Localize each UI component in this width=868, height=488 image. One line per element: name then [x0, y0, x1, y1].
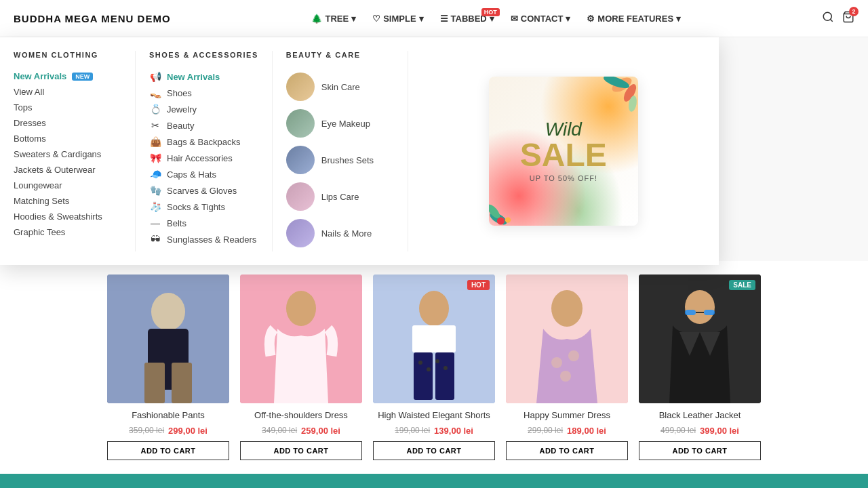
promo-wild: Wild	[520, 120, 607, 139]
product-info-4: Happy Summer Dress 299,00 lei 189,00 lei…	[506, 403, 628, 460]
site-logo: BUDDHA MEGA MENU DEMO	[14, 13, 171, 24]
main-nav: 🌲 TREE ▾ ♡ SIMPLE ▾ ☰ TABBED ▾ HOT ✉ CON…	[304, 9, 688, 28]
women-tops[interactable]: Tops	[14, 100, 121, 115]
bag-icon: 👜	[149, 136, 161, 147]
women-dresses[interactable]: Dresses	[14, 115, 121, 131]
women-bottoms[interactable]: Bottoms	[14, 131, 121, 146]
leaf-decoration	[489, 178, 536, 226]
socks-icon: 🧦	[149, 201, 161, 212]
add-to-cart-1[interactable]: ADD TO CART	[107, 441, 229, 460]
svg-rect-33	[685, 310, 696, 315]
product-name-3: High Waisted Elegant Shorts	[373, 410, 495, 422]
nav-item-more-features[interactable]: ⚙ MORE FEATURES ▾	[580, 9, 688, 28]
shoes-socks[interactable]: 🧦 Socks & Tights	[149, 199, 258, 215]
product-card-2: Off-the-shoulders Dress 349,00 lei 259,0…	[240, 274, 362, 460]
price-new-4: 189,00 lei	[567, 426, 606, 436]
women-hoodies[interactable]: Hoodies & Sweatshirts	[14, 209, 121, 224]
svg-point-0	[823, 12, 831, 20]
belt-icon: —	[149, 218, 161, 228]
chevron-down-icon: ▾	[419, 14, 424, 24]
brushes-image	[286, 146, 315, 174]
product-figure-3	[373, 274, 495, 403]
sale-badge-5: SALE	[729, 280, 755, 290]
shoes-col-title: SHOES & ACCESSORIES	[149, 51, 258, 59]
svg-point-23	[427, 367, 431, 371]
shoes-sunglasses[interactable]: 🕶 Sunglasses & Readers	[149, 231, 258, 247]
cart-icon[interactable]: 2	[842, 11, 854, 26]
menu-icon: ☰	[440, 14, 448, 24]
product-info-3: High Waisted Elegant Shorts 199,00 lei 1…	[373, 403, 495, 460]
product-card-3: HOT High Waisted Elegant Shorts	[373, 274, 495, 460]
add-to-cart-2[interactable]: ADD TO CART	[240, 441, 362, 460]
women-graphic-tees[interactable]: Graphic Tees	[14, 224, 121, 240]
svg-rect-34	[704, 310, 715, 315]
sunglasses-icon: 🕶	[149, 234, 161, 245]
new-badge: NEW	[72, 73, 93, 81]
beauty-nails[interactable]: Nails & More	[286, 215, 394, 251]
product-img-3: HOT	[373, 274, 495, 403]
nav-item-tree[interactable]: 🌲 TREE ▾	[304, 9, 363, 28]
search-icon[interactable]	[822, 11, 834, 26]
products-grid: Fashionable Pants 359,00 lei 299,00 lei …	[0, 261, 868, 474]
price-old-4: 299,00 lei	[528, 426, 563, 435]
women-view-all[interactable]: View All	[14, 84, 121, 100]
add-to-cart-5[interactable]: ADD TO CART	[639, 441, 761, 460]
promo-text: Wild SALE UP TO 50% OFF!	[520, 120, 607, 182]
shoes-belts[interactable]: — Belts	[149, 215, 258, 231]
promo-sub: UP TO 50% OFF!	[520, 174, 607, 182]
beauty-skin-care[interactable]: Skin Care	[286, 68, 394, 105]
menu-col-women: WOMEN CLOTHING New Arrivals NEW View All…	[0, 51, 136, 251]
price-old-5: 499,00 lei	[660, 426, 696, 435]
shoes-scarves[interactable]: 🧤 Scarves & Gloves	[149, 182, 258, 199]
svg-point-18	[419, 291, 449, 326]
nav-item-simple[interactable]: ♡ SIMPLE ▾	[366, 9, 430, 28]
women-new-arrivals[interactable]: New Arrivals NEW	[14, 68, 121, 84]
shoes-caps[interactable]: 🧢 Caps & Hats	[149, 166, 258, 182]
product-figure-4	[506, 274, 628, 403]
women-loungewear[interactable]: Loungewear	[14, 178, 121, 193]
product-name-5: Black Leather Jacket	[639, 410, 761, 422]
price-new-3: 139,00 lei	[434, 426, 473, 436]
shoe-icon: 👡	[149, 87, 161, 98]
nav-item-tabbed[interactable]: ☰ TABBED ▾ HOT	[433, 9, 501, 28]
new-arrivals-label: New Arrivals	[14, 71, 66, 81]
product-img-4	[506, 274, 628, 403]
svg-point-29	[568, 350, 579, 361]
gear-icon: ⚙	[587, 14, 595, 24]
cart-count: 2	[849, 7, 859, 16]
svg-rect-20	[414, 352, 433, 400]
product-prices-4: 299,00 lei 189,00 lei	[506, 426, 628, 436]
svg-point-24	[435, 359, 439, 363]
svg-point-28	[551, 357, 562, 368]
women-jackets[interactable]: Jackets & Outerwear	[14, 162, 121, 178]
promo-box[interactable]: Wild SALE UP TO 50% OFF!	[489, 77, 638, 226]
svg-point-25	[443, 366, 448, 370]
product-img-1	[107, 274, 229, 403]
product-prices-5: 499,00 lei 399,00 lei	[639, 426, 761, 436]
svg-rect-13	[144, 363, 165, 403]
shoes-shoes[interactable]: 👡 Shoes	[149, 85, 258, 101]
svg-point-22	[418, 361, 422, 365]
add-to-cart-4[interactable]: ADD TO CART	[506, 441, 628, 460]
shoes-beauty[interactable]: ✂ Beauty	[149, 117, 258, 134]
hot-badge-3: HOT	[467, 280, 490, 290]
svg-point-9	[505, 217, 511, 222]
add-to-cart-3[interactable]: ADD TO CART	[373, 441, 495, 460]
beauty-lips[interactable]: Lips Care	[286, 178, 394, 215]
beauty-eye-makeup[interactable]: Eye Makeup	[286, 105, 394, 142]
promo-area: Wild SALE UP TO 50% OFF!	[408, 51, 719, 251]
women-sweaters[interactable]: Sweaters & Cardigans	[14, 146, 121, 162]
beauty-brushes[interactable]: Brushes Sets	[286, 142, 394, 178]
svg-point-11	[151, 293, 185, 331]
shoes-hair-accessories[interactable]: 🎀 Hair Accessories	[149, 150, 258, 166]
product-name-4: Happy Summer Dress	[506, 410, 628, 422]
nav-item-contact[interactable]: ✉ CONTACT ▾	[504, 9, 578, 28]
shoes-jewelry[interactable]: 💍 Jewelry	[149, 101, 258, 117]
women-matching-sets[interactable]: Matching Sets	[14, 193, 121, 209]
shoes-new-arrivals[interactable]: 📢 New Arrivals	[149, 68, 258, 85]
svg-point-8	[497, 217, 505, 224]
svg-rect-14	[172, 363, 192, 403]
scissors-icon: ✂	[149, 120, 161, 131]
product-figure-5	[639, 274, 761, 403]
shoes-bags[interactable]: 👜 Bags & Backpacks	[149, 134, 258, 150]
